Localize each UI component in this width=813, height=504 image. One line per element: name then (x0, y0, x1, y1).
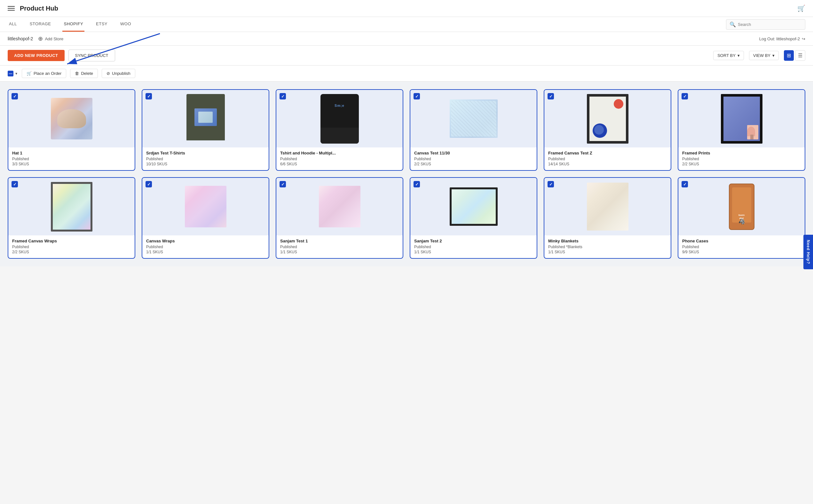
product-skus: 9/9 SKUS (682, 250, 801, 254)
canvas-image (450, 99, 498, 138)
logout-button[interactable]: Log Out: littleshopof-2 ↪ (759, 36, 805, 41)
search-input[interactable] (738, 22, 802, 27)
logout-label: Log Out: littleshopof-2 (759, 36, 800, 41)
grid-view-button[interactable]: ⊞ (784, 50, 794, 61)
products-area: Hat 1 Published 3/3 SKUS Srdjan Test T-S… (0, 82, 813, 266)
tab-shopify[interactable]: SHOPIFY (62, 17, 84, 32)
place-order-button[interactable]: 🛒 Place an Order (22, 69, 66, 78)
product-skus: 1/1 SKUS (280, 250, 399, 254)
product-info: Canvas Wraps Published 1/1 SKUS (142, 235, 269, 258)
product-status: Published (548, 157, 667, 161)
product-card[interactable]: Sanjam Test 1 Published 1/1 SKUS (276, 177, 403, 259)
add-store-button[interactable]: ⊕ Add Store (38, 35, 63, 42)
tab-storage[interactable]: STORAGE (28, 17, 52, 32)
product-checkbox[interactable] (682, 181, 688, 187)
sanjam-test2-image (450, 187, 498, 226)
product-info: Framed Canvas Test Z Published 14/14 SKU… (544, 147, 671, 170)
view-by-label: VIEW BY (753, 53, 770, 58)
product-info: Sanjam Test 1 Published 1/1 SKUS (276, 235, 403, 258)
chevron-down-icon: ▾ (738, 53, 740, 58)
product-skus: 10/10 SKUS (146, 162, 265, 166)
product-checkbox[interactable] (548, 181, 554, 187)
product-info: Minky Blankets Published *Blankets 1/1 S… (544, 235, 671, 258)
product-name: Sanjam Test 2 (414, 239, 533, 243)
product-image (544, 178, 671, 235)
product-image (678, 90, 805, 147)
delete-button[interactable]: 🗑 Delete (70, 69, 98, 78)
product-skus: 2/2 SKUS (414, 162, 533, 166)
product-checkbox[interactable] (548, 93, 554, 99)
cart-icon[interactable]: 🛒 (797, 4, 805, 12)
need-help-button[interactable]: Need Help? (803, 235, 813, 266)
product-checkbox[interactable] (280, 93, 286, 99)
action-bar: ▾ 🛒 Place an Order 🗑 Delete ⊘ Unpublish (0, 66, 813, 82)
product-info: Sanjam Test 2 Published 1/1 SKUS (410, 235, 537, 258)
tshirt-image (185, 94, 226, 144)
product-name: Minky Blankets (548, 239, 667, 243)
canvas-wraps-image (185, 186, 226, 227)
product-status: Published (280, 157, 399, 161)
trash-icon: 🗑 (75, 71, 79, 76)
product-checkbox[interactable] (12, 181, 18, 187)
product-info: Framed Canvas Wraps Published 2/2 SKUS (8, 235, 135, 258)
framed-canvas-wraps-image (51, 182, 92, 232)
product-status: Published (280, 245, 399, 249)
select-all-checkbox[interactable]: ▾ (8, 71, 18, 76)
product-info: Phone Cases Published 9/9 SKUS (678, 235, 805, 258)
product-card[interactable]: Sm;e Tshirt and Hoodie - Multipl... Publ… (276, 89, 403, 171)
nav-tabs: ALL STORAGE SHOPIFY ETSY WOO 🔍 (0, 17, 813, 32)
product-card[interactable]: Framed Canvas Test Z Published 14/14 SKU… (544, 89, 671, 171)
hamburger-menu[interactable] (8, 6, 15, 11)
product-checkbox[interactable] (280, 181, 286, 187)
product-checkbox[interactable] (12, 93, 18, 99)
product-card[interactable]: Srdjan Test T-Shirts Published 10/10 SKU… (142, 89, 269, 171)
product-skus: 1/1 SKUS (414, 250, 533, 254)
add-product-button[interactable]: ADD NEW PRODUCT (8, 50, 65, 61)
search-box[interactable]: 🔍 (726, 19, 805, 30)
product-checkbox[interactable] (414, 93, 420, 99)
product-card[interactable]: Canvas Wraps Published 1/1 SKUS (142, 177, 269, 259)
product-card[interactable]: buendía! 🦓 Phone Cases Published 9/9 SKU… (678, 177, 805, 259)
product-card[interactable]: Framed Prints Published 2/2 SKUS (678, 89, 805, 171)
product-status: Published (414, 245, 533, 249)
toolbar: ADD NEW PRODUCT SYNC PRODUCT SORT BY ▾ V… (0, 46, 813, 66)
product-checkbox[interactable] (146, 181, 152, 187)
product-name: Srdjan Test T-Shirts (146, 151, 265, 155)
product-checkbox[interactable] (682, 93, 688, 99)
product-name: Phone Cases (682, 239, 801, 243)
toolbar-left: ADD NEW PRODUCT SYNC PRODUCT (8, 50, 115, 61)
product-card[interactable]: Minky Blankets Published *Blankets 1/1 S… (544, 177, 671, 259)
store-bar: littleshopof-2 ⊕ Add Store Log Out: litt… (0, 32, 813, 46)
header: Product Hub 🛒 (0, 0, 813, 17)
product-card[interactable]: Hat 1 Published 3/3 SKUS (8, 89, 135, 171)
product-info: Hat 1 Published 3/3 SKUS (8, 147, 135, 170)
sync-product-button[interactable]: SYNC PRODUCT (68, 50, 115, 61)
product-name: Canvas Test 11/30 (414, 151, 533, 155)
add-circle-icon: ⊕ (38, 35, 43, 42)
tab-all[interactable]: ALL (8, 17, 18, 32)
product-checkbox[interactable] (414, 181, 420, 187)
product-card[interactable]: Framed Canvas Wraps Published 2/2 SKUS (8, 177, 135, 259)
tab-etsy[interactable]: ETSY (95, 17, 109, 32)
unpublish-button[interactable]: ⊘ Unpublish (102, 69, 135, 78)
product-card[interactable]: Sanjam Test 2 Published 1/1 SKUS (410, 177, 537, 259)
product-card[interactable]: Canvas Test 11/30 Published 2/2 SKUS (410, 89, 537, 171)
product-status: Published (682, 245, 801, 249)
product-name: Canvas Wraps (146, 239, 265, 243)
tab-woo[interactable]: WOO (119, 17, 132, 32)
toolbar-right: SORT BY ▾ VIEW BY ▾ ⊞ ☰ (713, 50, 805, 61)
view-by-dropdown[interactable]: VIEW BY ▾ (749, 51, 779, 60)
product-skus: 6/6 SKUS (280, 162, 399, 166)
list-view-button[interactable]: ☰ (795, 50, 805, 61)
product-image (544, 90, 671, 147)
sort-by-dropdown[interactable]: SORT BY ▾ (713, 51, 744, 60)
product-skus: 3/3 SKUS (12, 162, 131, 166)
sort-by-label: SORT BY (717, 53, 736, 58)
product-skus: 2/2 SKUS (682, 162, 801, 166)
product-name: Framed Canvas Wraps (12, 239, 131, 243)
product-info: Canvas Test 11/30 Published 2/2 SKUS (410, 147, 537, 170)
product-info: Tshirt and Hoodie - Multipl... Published… (276, 147, 403, 170)
select-dropdown-chevron[interactable]: ▾ (15, 71, 18, 76)
product-checkbox[interactable] (146, 93, 152, 99)
product-name: Sanjam Test 1 (280, 239, 399, 243)
